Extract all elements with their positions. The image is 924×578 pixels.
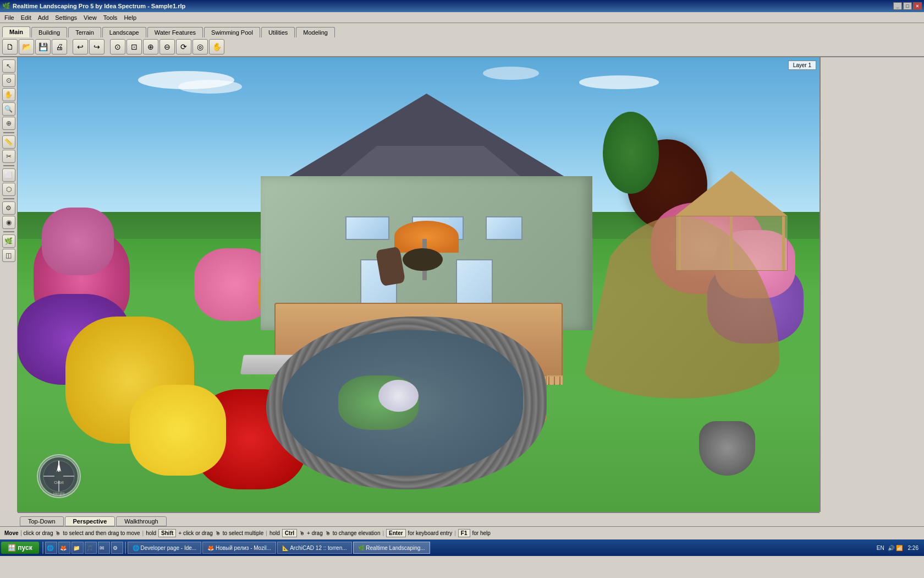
- tab-landscape[interactable]: Landscape: [102, 27, 146, 37]
- menu-view[interactable]: View: [80, 13, 100, 22]
- system-tray: EN 🔊 📶 2:26: [875, 545, 923, 551]
- house-window-upper-3: [486, 216, 522, 240]
- status-instruction-1: click or drag: [24, 530, 53, 536]
- toolbar-zoom-all[interactable]: ⊙: [110, 39, 125, 54]
- gazebo-pillar-3: [782, 216, 785, 270]
- cursor-icon: 🖱: [55, 530, 61, 536]
- taskbar-app-landscaping[interactable]: 🌿 Realtime Landscaping...: [353, 542, 430, 554]
- tool-settings[interactable]: ⚙: [2, 201, 15, 215]
- tool-orbit[interactable]: ⊙: [2, 74, 15, 87]
- tab-main[interactable]: Main: [2, 26, 30, 37]
- 3d-viewport[interactable]: Orbit Height Layer 1: [18, 57, 820, 512]
- app-icon: 🌿: [2, 2, 10, 10]
- toolbar-orbit[interactable]: ◎: [193, 39, 208, 54]
- tab-water-features[interactable]: Water Features: [147, 27, 203, 37]
- taskbar-firefox[interactable]: 🦊: [58, 542, 70, 554]
- main-toolbar: 🗋 📂 💾 🖨 ↩ ↪ ⊙ ⊡ ⊕ ⊖ ⟳ ◎ ✋: [0, 37, 924, 57]
- tab-terrain[interactable]: Terrain: [68, 27, 101, 37]
- menu-add[interactable]: Add: [35, 13, 52, 22]
- menu-tools[interactable]: Tools: [100, 13, 121, 22]
- taskbar-folder[interactable]: 📁: [72, 542, 84, 554]
- tab-modeling[interactable]: Modeling: [296, 27, 335, 37]
- status-multi-text: to select multiple: [223, 530, 263, 536]
- menu-edit[interactable]: Edit: [18, 13, 35, 22]
- toolbar-new[interactable]: 🗋: [2, 39, 18, 54]
- cursor-icon-4: 🖱: [325, 530, 331, 536]
- view-tab-walkthrough[interactable]: Walkthrough: [116, 516, 166, 526]
- enter-key-badge: Enter: [386, 529, 406, 537]
- status-select-text: to select and then drag to move: [63, 530, 140, 536]
- taskbar-media[interactable]: 🎵: [85, 542, 97, 554]
- tab-swimming-pool[interactable]: Swimming Pool: [204, 27, 260, 37]
- cursor-icon-2: 🖱: [215, 530, 221, 536]
- main-tabs: Main Building Terrain Landscape Water Fe…: [0, 23, 924, 37]
- view-tab-perspective[interactable]: Perspective: [65, 516, 116, 526]
- minimize-button[interactable]: _: [893, 2, 902, 10]
- taskbar: 🪟 пуск 🌐 🦊 📁 🎵 ✉ ⚙ 🌐 Developer page - Id…: [0, 539, 924, 556]
- taskbar-sep-2: [125, 542, 126, 554]
- svg-text:Orbit: Orbit: [54, 480, 64, 485]
- toolbar-rotate[interactable]: ⟳: [176, 39, 191, 54]
- tree-green-top-right: [603, 112, 659, 194]
- cursor-icon-3: 🖱: [299, 530, 305, 536]
- tool-rectangle[interactable]: ⬜: [2, 168, 15, 182]
- maximize-button[interactable]: □: [903, 2, 912, 10]
- tool-pan[interactable]: ✋: [2, 88, 15, 101]
- tool-zoom[interactable]: 🔍: [2, 102, 15, 116]
- tab-utilities[interactable]: Utilities: [261, 27, 295, 37]
- tool-polygon[interactable]: ⬡: [2, 183, 15, 196]
- titlebar: 🌿 Realtime Landscaping Pro 5 by Idea Spe…: [0, 0, 924, 12]
- tool-measure[interactable]: 📏: [2, 135, 15, 149]
- tool-snap[interactable]: ◉: [2, 216, 15, 229]
- status-enter-text: for keyboard entry: [408, 530, 453, 536]
- toolbar-redo[interactable]: ↪: [89, 39, 105, 54]
- tab-building[interactable]: Building: [31, 27, 67, 37]
- menu-settings[interactable]: Settings: [52, 13, 80, 22]
- f1-key-badge: F1: [458, 529, 470, 537]
- menu-help[interactable]: Help: [120, 13, 140, 22]
- status-sep-4: |: [454, 530, 456, 536]
- patio-table: [403, 248, 443, 271]
- toolbar-open[interactable]: 📂: [19, 39, 34, 54]
- tool-select[interactable]: ↖: [2, 59, 15, 73]
- toolbar-zoom-fit[interactable]: ⊡: [127, 39, 142, 54]
- status-hold-label: hold: [146, 530, 156, 536]
- status-move: Move: [2, 530, 21, 536]
- start-button[interactable]: 🪟 пуск: [1, 542, 39, 554]
- taskbar-app-developer[interactable]: 🌐 Developer page - Ide...: [128, 542, 202, 554]
- taskbar-app-archicad[interactable]: 📐 ArchiCAD 12 :: torren...: [277, 542, 352, 554]
- stone-fountain-right: [699, 421, 755, 476]
- status-sep-1: |: [142, 530, 144, 536]
- tool-plant[interactable]: 🌿: [2, 235, 15, 248]
- main-content: ↖ ⊙ ✋ 🔍 ⊕ 📏 ✂ ⬜ ⬡ ⚙ ◉ 🌿 ◫: [0, 57, 924, 512]
- taskbar-settings-icon[interactable]: ⚙: [111, 542, 123, 554]
- start-icon: 🪟: [8, 544, 16, 552]
- toolbar-pan[interactable]: ✋: [209, 39, 224, 54]
- tool-area[interactable]: ◫: [2, 249, 15, 262]
- toolbar-save[interactable]: 💾: [35, 39, 51, 54]
- house-structure: [242, 94, 611, 330]
- status-sep-3: |: [382, 530, 384, 536]
- status-shift-text: + click or drag: [178, 530, 213, 536]
- window-controls: _ □ ×: [893, 2, 922, 10]
- layer-indicator[interactable]: Layer 1: [788, 61, 816, 70]
- toolbar-zoom-out[interactable]: ⊖: [160, 39, 175, 54]
- view-tab-topdown[interactable]: Top-Down: [20, 516, 64, 526]
- menu-file[interactable]: File: [1, 13, 18, 22]
- compass-widget[interactable]: Orbit Height: [37, 454, 81, 498]
- gazebo-roof: [675, 171, 788, 216]
- shrub-mauve-left: [42, 208, 114, 276]
- tool-cut[interactable]: ✂: [2, 150, 15, 163]
- shrub-yellow-2: [130, 385, 226, 476]
- taskbar-clock: 2:26: [904, 545, 923, 551]
- taskbar-app-mozilla[interactable]: 🦊 Новый релиз - Mozil...: [202, 542, 276, 554]
- cloud-2: [178, 80, 243, 94]
- toolbar-zoom-in[interactable]: ⊕: [143, 39, 158, 54]
- tool-zoom-region[interactable]: ⊕: [2, 117, 15, 130]
- taskbar-ie[interactable]: 🌐: [45, 542, 57, 554]
- toolbar-print[interactable]: 🖨: [52, 39, 67, 54]
- taskbar-mail[interactable]: ✉: [98, 542, 110, 554]
- status-elev-text: + drag: [307, 530, 323, 536]
- toolbar-undo[interactable]: ↩: [73, 39, 88, 54]
- close-button[interactable]: ×: [913, 2, 922, 10]
